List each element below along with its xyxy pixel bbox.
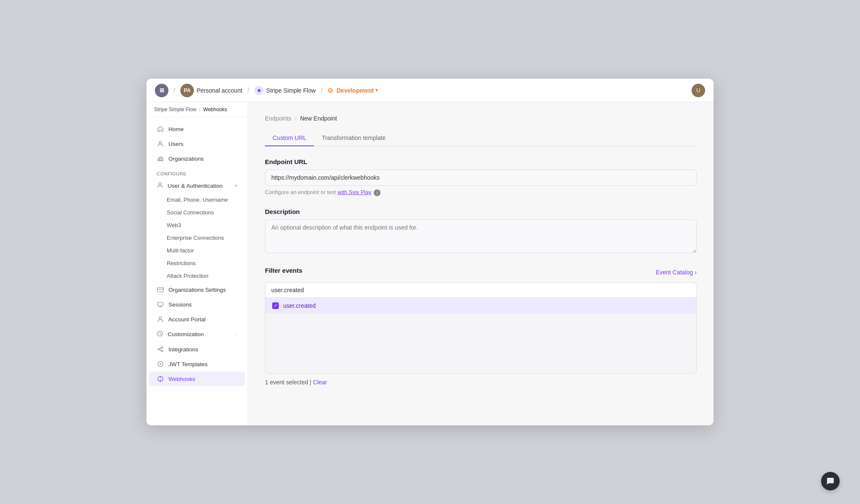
restrictions-label: Restrictions: [167, 260, 196, 266]
personal-account-label: Personal account: [196, 87, 242, 94]
description-label: Description: [265, 208, 697, 215]
sidebar-item-users-label: Users: [168, 141, 183, 147]
enterprise-label: Enterprise Connections: [167, 235, 224, 241]
svg-point-0: [159, 141, 162, 144]
sidebar-item-email-phone[interactable]: Email, Phone, Username: [149, 194, 245, 206]
events-list: ✓ user.created: [265, 298, 697, 374]
event-label-user-created: user.created: [283, 302, 316, 309]
main-layout: Stripe Simple Flow › Webhooks Home: [146, 102, 714, 425]
sidebar-item-web3[interactable]: Web3: [149, 219, 245, 231]
endpoint-url-input[interactable]: [265, 170, 697, 186]
topbar-personal-account[interactable]: PA Personal account: [180, 84, 242, 97]
info-icon: i: [374, 189, 380, 196]
dev-label: Development: [336, 87, 374, 94]
home-icon: [157, 125, 164, 133]
sidebar-item-enterprise[interactable]: Enterprise Connections: [149, 232, 245, 244]
sidebar-item-webhooks[interactable]: Webhooks: [149, 372, 245, 386]
customization-icon: [157, 330, 163, 338]
endpoint-url-hint: Configure an endpoint or test with Svix …: [265, 189, 697, 196]
user-auth-arrow-icon: ▾: [235, 183, 237, 189]
user-auth-left: User & Authentication: [157, 182, 223, 190]
dev-chevron-icon: ▾: [375, 88, 378, 93]
topbar: ⊞ / PA Personal account / ◆ Stripe Simpl…: [146, 79, 714, 102]
topbar-stripe[interactable]: ◆ Stripe Simple Flow: [254, 86, 316, 95]
customization-arrow-icon: ›: [236, 332, 237, 337]
bc-arrow: ›: [199, 107, 201, 112]
description-textarea[interactable]: [265, 219, 697, 253]
sidebar-item-org-settings-label: Organizations Settings: [168, 287, 226, 293]
filter-events-section: Filter events Event Catalog › ✓ user.cre…: [265, 267, 697, 386]
sidebar-item-social[interactable]: Social Connections: [149, 206, 245, 219]
svg-rect-3: [161, 158, 163, 161]
multifactor-label: Multi-factor: [167, 247, 194, 254]
sidebar-item-sessions-label: Sessions: [168, 301, 192, 308]
page-bc-current: New Endpoint: [300, 115, 337, 122]
sidebar-item-integrations-label: Integrations: [168, 346, 198, 353]
configure-label: Configure: [146, 166, 248, 178]
sidebar-item-jwt[interactable]: JWT Templates: [149, 357, 245, 371]
tab-custom-url[interactable]: Custom URL: [265, 130, 314, 146]
sidebar-item-attack-protection[interactable]: Attack Protection: [149, 270, 245, 282]
sidebar-item-multifactor[interactable]: Multi-factor: [149, 244, 245, 257]
sidebar-item-restrictions[interactable]: Restrictions: [149, 257, 245, 269]
svg-line-14: [160, 348, 161, 349]
svix-play-link[interactable]: with Svix Play: [337, 189, 371, 195]
email-phone-label: Email, Phone, Username: [167, 197, 228, 203]
event-count-text: 1 event selected |: [265, 379, 311, 386]
filter-events-header: Filter events Event Catalog ›: [265, 267, 697, 278]
event-catalog-link[interactable]: Event Catalog ›: [656, 269, 697, 276]
svg-point-13: [161, 350, 163, 352]
user-auth-icon: [157, 182, 163, 190]
tab-transformation[interactable]: Transformation template: [314, 130, 393, 146]
endpoint-url-section: Endpoint URL Configure an endpoint or te…: [265, 158, 697, 196]
page-bc-parent: Endpoints: [265, 115, 291, 122]
dev-selector[interactable]: ⊙ Development ▾: [328, 87, 378, 94]
sidebar-item-home[interactable]: Home: [149, 122, 245, 136]
endpoint-url-label: Endpoint URL: [265, 158, 697, 165]
attack-protection-label: Attack Protection: [167, 273, 208, 279]
sidebar-item-customization[interactable]: Customization ›: [149, 327, 245, 342]
svg-point-12: [161, 347, 163, 348]
bc-current: Webhooks: [203, 107, 227, 112]
users-icon: [157, 140, 164, 148]
svg-rect-1: [158, 159, 160, 161]
web3-label: Web3: [167, 222, 181, 228]
clear-link[interactable]: Clear: [313, 379, 327, 386]
svg-point-4: [159, 183, 161, 185]
event-footer: 1 event selected | Clear: [265, 379, 697, 386]
sidebar-item-organizations-label: Organizations: [168, 156, 204, 162]
webhooks-icon: [157, 375, 164, 383]
personal-account-avatar: PA: [180, 84, 194, 97]
bc-parent: Stripe Simple Flow: [154, 107, 196, 112]
org-settings-icon: [157, 286, 164, 293]
chat-fab[interactable]: [821, 472, 840, 490]
svg-rect-5: [157, 288, 163, 292]
event-item-user-created[interactable]: ✓ user.created: [265, 298, 696, 314]
svg-rect-2: [160, 157, 161, 161]
filter-events-label: Filter events: [265, 267, 302, 274]
event-catalog-text: Event Catalog: [656, 269, 693, 276]
tabs-container: Custom URL Transformation template: [265, 130, 697, 146]
sidebar-item-organizations[interactable]: Organizations: [149, 151, 245, 166]
topbar-user[interactable]: U: [692, 84, 705, 97]
jwt-icon: [157, 360, 164, 368]
sidebar-item-account-portal[interactable]: Account Portal: [149, 312, 245, 326]
account-portal-icon: [157, 315, 164, 323]
sidebar-item-account-portal-label: Account Portal: [168, 316, 206, 323]
customization-left: Customization: [157, 330, 204, 338]
sidebar-item-sessions[interactable]: Sessions: [149, 297, 245, 312]
page-breadcrumb: Endpoints › New Endpoint: [265, 115, 697, 122]
integrations-icon: [157, 345, 164, 353]
svg-rect-7: [158, 302, 163, 306]
sidebar-item-user-auth[interactable]: User & Authentication ▾: [149, 178, 245, 193]
sidebar-item-home-label: Home: [168, 126, 184, 132]
svg-point-9: [159, 317, 162, 319]
topbar-sep-3: /: [321, 87, 322, 94]
sidebar-item-org-settings[interactable]: Organizations Settings: [149, 282, 245, 297]
event-checkbox-user-created: ✓: [272, 302, 279, 309]
hint-prefix: Configure an endpoint or test: [265, 189, 337, 195]
filter-search-input[interactable]: [265, 282, 697, 298]
sidebar-item-integrations[interactable]: Integrations: [149, 342, 245, 356]
sidebar-item-user-auth-label: User & Authentication: [168, 183, 223, 189]
sidebar-item-users[interactable]: Users: [149, 137, 245, 151]
